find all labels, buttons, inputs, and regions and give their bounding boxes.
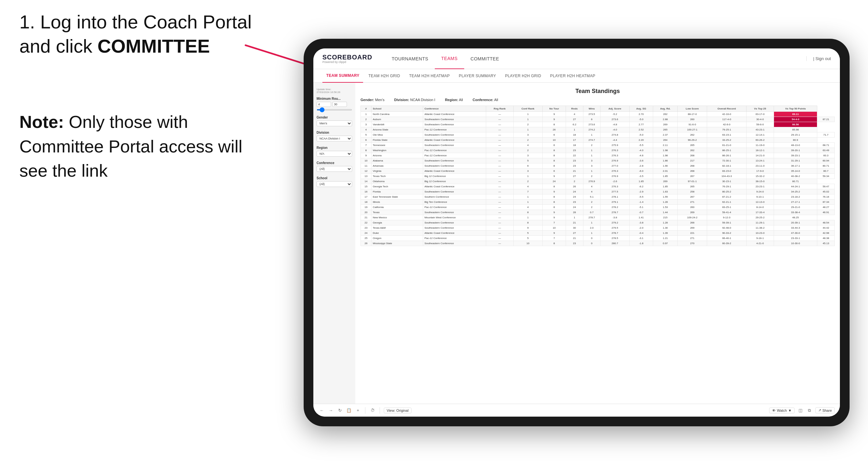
tablet-screen: SCOREBOARD Powered by clippd TOURNAMENTS… bbox=[313, 49, 840, 416]
table-row[interactable]: 15Georgia TechAtlantic Coast Conference—… bbox=[361, 184, 835, 189]
toolbar-separator-2 bbox=[379, 407, 380, 414]
share-label: Share bbox=[823, 409, 832, 412]
instruction-area: 1. Log into the Coach Portal and click C… bbox=[20, 10, 284, 58]
table-row[interactable]: 11ArkansasSoutheastern Conference—682332… bbox=[361, 163, 835, 168]
table-row[interactable]: 18IllinoisBig Ten Conference—18232279.1-… bbox=[361, 199, 835, 205]
share-icon: ↗ bbox=[818, 408, 821, 412]
school-select[interactable]: (All) bbox=[317, 181, 352, 187]
toolbar-add-icon[interactable]: + bbox=[355, 407, 361, 414]
col-vs-top50: Vs Top 50 Points bbox=[774, 106, 817, 112]
toolbar-copy-icon[interactable]: 📋 bbox=[346, 407, 352, 414]
view-original-button[interactable]: View: Original bbox=[384, 408, 411, 413]
table-row[interactable]: 20TexasSoutheastern Conference—89280.727… bbox=[361, 210, 835, 215]
filter-conference: Conference (All) bbox=[317, 161, 352, 172]
minimum-rounds-row bbox=[317, 102, 352, 107]
table-row[interactable]: 25OregonPac-12 Conference—57210278.5-3.1… bbox=[361, 236, 835, 241]
main-content: Update time: 27/03/2024 16:56:26 Minimum… bbox=[313, 83, 840, 404]
toolbar-grid-icon[interactable]: ◫ bbox=[797, 407, 804, 414]
toolbar-clock-icon[interactable]: ⏱ bbox=[369, 407, 376, 414]
standings-table: # School Conference Reg Rank Conf Rank N… bbox=[361, 105, 835, 246]
sub-nav-player-summary[interactable]: PLAYER SUMMARY bbox=[455, 69, 500, 83]
school-label: School bbox=[317, 176, 352, 180]
min-rounds-input[interactable] bbox=[317, 102, 331, 107]
table-row[interactable]: 24DukeAtlantic Coast Conference—59271278… bbox=[361, 230, 835, 236]
sign-out-link[interactable]: | Sign out bbox=[806, 56, 831, 61]
watch-button[interactable]: 👁 Watch ▼ bbox=[769, 408, 795, 413]
instruction-text-bold: COMMITTEE bbox=[98, 35, 210, 57]
table-row[interactable]: 21New MexicoMountain West Conference—191… bbox=[361, 215, 835, 220]
table-row[interactable]: 13Texas TechBig 12 Conference—19272276.9… bbox=[361, 174, 835, 179]
nav-tournaments[interactable]: TOURNAMENTS bbox=[385, 49, 434, 69]
col-avg-sg: Avg. SG bbox=[629, 106, 653, 112]
nav-items: TOURNAMENTS TEAMS COMMITTEE bbox=[385, 49, 806, 69]
table-row[interactable]: 7TennesseeSoutheastern Conference—461822… bbox=[361, 143, 835, 148]
table-row[interactable]: 26Mississippi StateSoutheastern Conferen… bbox=[361, 241, 835, 246]
toolbar-expand-icon[interactable]: ⧉ bbox=[806, 407, 813, 414]
toolbar-back-icon[interactable]: ← bbox=[318, 407, 325, 414]
conference-select[interactable]: (All) bbox=[317, 166, 352, 172]
meta-conference: Conference: All bbox=[473, 98, 498, 102]
table-row[interactable]: 3VanderbiltSoutheastern Conference—286.2… bbox=[361, 122, 835, 127]
division-select[interactable]: NCAA Division I bbox=[317, 136, 352, 142]
max-rounds-input[interactable] bbox=[332, 102, 347, 107]
sign-out-label[interactable]: Sign out bbox=[815, 56, 831, 61]
conference-label: Conference bbox=[317, 161, 352, 165]
meta-gender: Gender: Men's bbox=[361, 98, 384, 102]
navbar: SCOREBOARD Powered by clippd TOURNAMENTS… bbox=[313, 49, 840, 69]
sub-nav-player-h2h-heatmap[interactable]: PLAYER H2H HEATMAP bbox=[546, 69, 599, 83]
table-row[interactable]: 6Florida StateAtlantic Coast Conference—… bbox=[361, 137, 835, 143]
table-row[interactable]: 5Ole MissSoutheastern Conference—3618127… bbox=[361, 132, 835, 137]
rounds-slider[interactable] bbox=[317, 109, 352, 111]
table-row[interactable]: 23Texas A&MSoutheastern Conference—91030… bbox=[361, 225, 835, 230]
sub-nav-team-h2h-heatmap[interactable]: TEAM H2H HEATMAP bbox=[405, 69, 454, 83]
table-row[interactable]: 14OklahomaBig 12 Conference—2242276.9-2.… bbox=[361, 179, 835, 184]
update-label: Update time: bbox=[317, 88, 352, 91]
table-title: Team Standings bbox=[361, 88, 835, 95]
bottom-toolbar: ← → ↻ 📋 + ⏱ View: Original 👁 Watch ▼ ◫ ⧉… bbox=[313, 404, 840, 416]
gender-select[interactable]: Men's bbox=[317, 121, 352, 126]
instruction-title: 1. Log into the Coach Portal and click C… bbox=[20, 10, 284, 58]
sub-nav-player-h2h-grid[interactable]: PLAYER H2H GRID bbox=[501, 69, 545, 83]
toolbar-refresh-icon[interactable]: ↻ bbox=[337, 407, 343, 414]
col-conf-rank: Conf Rank bbox=[513, 106, 542, 112]
col-adj-score: Adj. Score bbox=[600, 106, 629, 112]
table-row[interactable]: 10AlabamaSoutheastern Conference—5823327… bbox=[361, 158, 835, 163]
filter-division: Division NCAA Division I bbox=[317, 131, 352, 142]
note-label: Note: bbox=[20, 112, 64, 131]
table-row[interactable]: 16FloridaSoutheastern Conference—7924427… bbox=[361, 189, 835, 194]
share-button[interactable]: ↗ Share bbox=[815, 407, 835, 413]
filter-school: School (All) bbox=[317, 176, 352, 187]
table-meta: Gender: Men's Division: NCAA Division I … bbox=[361, 98, 835, 102]
table-row[interactable]: 8WashingtonPac-12 Conference—28231276.3-… bbox=[361, 148, 835, 153]
table-row[interactable]: 12VirginiaAtlantic Coast Conference—3621… bbox=[361, 168, 835, 174]
table-area: Team Standings Gender: Men's Division: N… bbox=[355, 83, 840, 404]
filter-gender: Gender Men's bbox=[317, 116, 352, 126]
sub-nav-team-summary[interactable]: TEAM SUMMARY bbox=[322, 69, 363, 83]
nav-teams[interactable]: TEAMS bbox=[435, 49, 464, 69]
toolbar-separator-1 bbox=[365, 407, 365, 414]
sidebar-filters: Update time: 27/03/2024 16:56:26 Minimum… bbox=[313, 83, 355, 404]
watch-label: Watch bbox=[777, 409, 787, 412]
region-label: Region bbox=[317, 146, 352, 150]
view-original-label: View: Original bbox=[387, 409, 409, 412]
watch-chevron: ▼ bbox=[788, 409, 792, 412]
table-row[interactable]: 19CaliforniaPac-12 Conference—48242278.2… bbox=[361, 205, 835, 210]
toolbar-forward-icon[interactable]: → bbox=[328, 407, 334, 414]
table-row[interactable]: 2AuburnSoutheastern Conference—19276273.… bbox=[361, 117, 835, 122]
table-row[interactable]: 9ArizonaPac-12 Conference—38221276.3-4.6… bbox=[361, 153, 835, 158]
table-row[interactable]: 17East Tennessee StateSouthern Conferenc… bbox=[361, 194, 835, 199]
table-row[interactable]: 22GeorgiaSoutheastern Conference—8721127… bbox=[361, 220, 835, 225]
sub-nav: TEAM SUMMARY TEAM H2H GRID TEAM H2H HEAT… bbox=[313, 69, 840, 83]
table-row[interactable]: 1North CarolinaAtlantic Coast Conference… bbox=[361, 112, 835, 117]
gender-label: Gender bbox=[317, 116, 352, 119]
division-label: Division bbox=[317, 131, 352, 134]
table-row[interactable]: 4Arizona StatePac-12 Conference—1261274.… bbox=[361, 127, 835, 132]
col-overall: Overall Record bbox=[707, 106, 747, 112]
nav-committee[interactable]: COMMITTEE bbox=[464, 49, 506, 69]
col-wins: Wins bbox=[583, 106, 600, 112]
tablet-frame: SCOREBOARD Powered by clippd TOURNAMENTS… bbox=[304, 39, 849, 426]
region-select[interactable]: N/A bbox=[317, 151, 352, 157]
col-conference: Conference bbox=[423, 106, 486, 112]
update-time: Update time: 27/03/2024 16:56:26 bbox=[317, 88, 352, 94]
sub-nav-team-h2h-grid[interactable]: TEAM H2H GRID bbox=[364, 69, 404, 83]
